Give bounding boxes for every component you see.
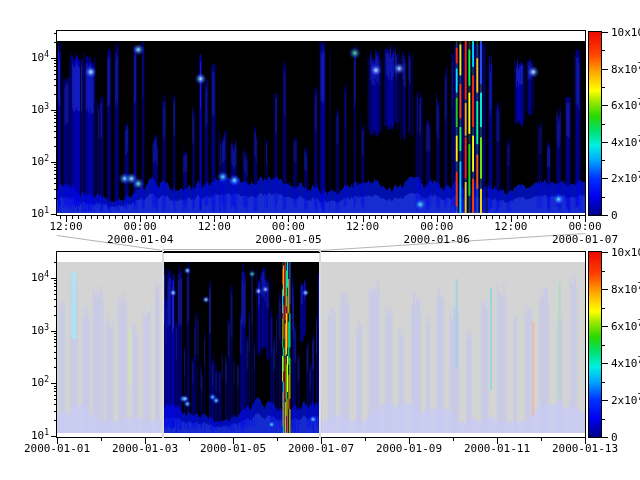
detail-y-minor-tick (54, 137, 57, 138)
context-y-minor-tick (54, 346, 57, 347)
context-x-date-label: 2000-01-09 (376, 443, 442, 454)
selection-region[interactable] (162, 249, 321, 438)
colorbar-major-tick (602, 105, 608, 106)
context-y-minor-tick (54, 358, 57, 359)
detail-x-minor-tick (381, 216, 382, 219)
detail-heatmap[interactable] (57, 41, 585, 213)
context-x-date-label: 2000-01-07 (288, 443, 354, 454)
context-y-minor-tick (54, 290, 57, 291)
context-y-tick-label: 104 (0, 272, 49, 284)
exponent: 3 (44, 102, 49, 111)
context-y-minor-tick (54, 294, 57, 295)
context-y-minor-tick (54, 399, 57, 400)
context-y-minor-tick (54, 306, 57, 307)
colorbar-major-tick (602, 32, 608, 33)
detail-x-minor-tick (134, 216, 135, 219)
colorbar-detail (588, 31, 602, 216)
detail-y-minor-tick (54, 174, 57, 175)
context-x-date-label: 2000-01-11 (464, 443, 530, 454)
detail-x-minor-tick (227, 216, 228, 219)
colorbar-minor-tick (602, 87, 605, 88)
detail-x-minor-tick (122, 216, 123, 219)
colorbar-tick-label: 10x107 (611, 247, 640, 259)
detail-y-minor-tick (54, 70, 57, 71)
detail-x-date-label: 2000-01-05 (255, 234, 321, 245)
detail-x-minor-tick (356, 216, 357, 219)
detail-x-tick-label: 00:00 (272, 221, 305, 232)
colorbar-major-tick (602, 215, 608, 216)
detail-y-minor-tick (54, 66, 57, 67)
detail-x-minor-tick (332, 216, 333, 219)
context-x-minor-tick (189, 438, 190, 441)
colorbar-tick-label: 8x107 (611, 64, 640, 76)
context-x-date-label: 2000-01-01 (24, 443, 90, 454)
detail-y-minor-tick (54, 131, 57, 132)
colorbar-major-tick (602, 69, 608, 70)
colorbar-tick-label: 0 (611, 210, 618, 221)
exponent: 4 (44, 270, 49, 279)
detail-x-minor-tick (338, 216, 339, 219)
colorbar-tick-label: 6x107 (611, 321, 640, 333)
detail-x-minor-tick (245, 216, 246, 219)
detail-x-minor-tick (196, 216, 197, 219)
colorbar-minor-tick (602, 419, 605, 420)
detail-y-minor-tick (54, 79, 57, 80)
detail-x-minor-tick (350, 216, 351, 219)
detail-x-minor-tick (190, 216, 191, 219)
detail-y-minor-tick (54, 115, 57, 116)
colorbar-tick-label: 4x107 (611, 358, 640, 370)
detail-x-minor-tick (177, 216, 178, 219)
colorbar-minor-tick (602, 50, 605, 51)
exponent: 1 (44, 428, 49, 437)
detail-y-minor-tick (54, 189, 57, 190)
detail-x-minor-tick (307, 216, 308, 219)
context-y-minor-tick (54, 262, 57, 263)
detail-x-minor-tick (233, 216, 234, 219)
colorbar-major-tick (602, 289, 608, 290)
context-x-date-label: 2000-01-13 (552, 443, 618, 454)
context-y-major-tick (51, 383, 57, 384)
detail-x-minor-tick (542, 216, 543, 219)
colorbar-minor-tick (602, 160, 605, 161)
detail-x-minor-tick (536, 216, 537, 219)
detail-x-minor-tick (505, 216, 506, 219)
detail-x-minor-tick (560, 216, 561, 219)
detail-y-minor-tick (54, 60, 57, 61)
colorbar-tick-label: 2x107 (611, 395, 640, 407)
detail-x-minor-tick (461, 216, 462, 219)
context-y-minor-tick (54, 388, 57, 389)
context-y-tick-label: 102 (0, 377, 49, 389)
detail-x-minor-tick (449, 216, 450, 219)
detail-x-minor-tick (282, 216, 283, 219)
detail-x-tick-label: 12:00 (494, 221, 527, 232)
detail-x-minor-tick (153, 216, 154, 219)
context-y-minor-tick (54, 391, 57, 392)
detail-x-minor-tick (455, 216, 456, 219)
detail-x-tick-label: 00:00 (568, 221, 601, 232)
context-y-minor-tick (54, 342, 57, 343)
detail-x-minor-tick (369, 216, 370, 219)
detail-x-minor-tick (91, 216, 92, 219)
detail-x-tick-label: 00:00 (420, 221, 453, 232)
detail-x-minor-tick (573, 216, 574, 219)
detail-x-minor-tick (579, 216, 580, 219)
detail-y-minor-tick (54, 122, 57, 123)
detail-x-minor-tick (313, 216, 314, 219)
detail-y-minor-tick (54, 112, 57, 113)
context-y-minor-tick (54, 336, 57, 337)
colorbar-minor-tick (602, 271, 605, 272)
colorbar-tick-label: 4x107 (611, 137, 640, 149)
colorbar-minor-tick (602, 197, 605, 198)
detail-x-minor-tick (72, 216, 73, 219)
detail-x-minor-tick (529, 216, 530, 219)
colorbar-minor-tick (602, 308, 605, 309)
exponent: 3 (44, 323, 49, 332)
detail-y-major-tick (51, 110, 57, 111)
context-heatmap[interactable] (57, 262, 585, 433)
colorbar-tick-label: 8x107 (611, 284, 640, 296)
detail-x-minor-tick (183, 216, 184, 219)
context-y-tick-label: 103 (0, 325, 49, 337)
exponent: 1 (44, 206, 49, 215)
detail-x-minor-tick (523, 216, 524, 219)
detail-x-minor-tick (301, 216, 302, 219)
